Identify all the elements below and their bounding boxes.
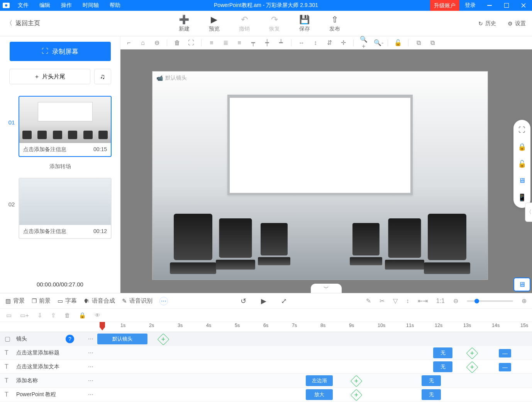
tab-background[interactable]: ▨背景 bbox=[5, 297, 25, 305]
track-name[interactable]: 添加名称 bbox=[16, 377, 38, 384]
timeline-clip[interactable]: 默认镜头 bbox=[97, 334, 147, 344]
tab-subtitle[interactable]: ▭字幕 bbox=[58, 297, 77, 305]
valign-top-icon[interactable]: ┯ bbox=[249, 39, 257, 46]
download-icon[interactable]: ⇩ bbox=[37, 312, 42, 319]
slide-note[interactable]: 点击添加备注信息 bbox=[23, 228, 66, 235]
add-keyframe-icon[interactable]: + bbox=[157, 333, 169, 345]
lock-track-icon[interactable]: 🔒 bbox=[79, 312, 86, 319]
eye-icon[interactable]: 👁 bbox=[95, 312, 100, 318]
back-home-button[interactable]: 〈 返回主页 bbox=[6, 19, 40, 27]
lock-icon[interactable]: 🔓 bbox=[394, 39, 402, 46]
timeline-clip[interactable]: 无 bbox=[433, 347, 452, 358]
flip-icon[interactable]: ⇵ bbox=[325, 39, 333, 46]
login-button[interactable]: 登录 bbox=[459, 2, 481, 9]
playhead[interactable] bbox=[100, 322, 105, 330]
cut-icon[interactable]: ✂ bbox=[380, 297, 385, 305]
undo-button[interactable]: ↶撤销 bbox=[239, 15, 250, 32]
desktop-view-icon[interactable]: 🖥 bbox=[518, 177, 525, 185]
track-lane[interactable]: 默认镜头+ bbox=[97, 332, 532, 346]
paste-icon[interactable]: ⧉ bbox=[429, 39, 436, 46]
folder-add-icon[interactable]: ▭+ bbox=[20, 312, 29, 319]
reset-icon[interactable]: ⊖ bbox=[153, 39, 161, 46]
align-right-icon[interactable]: ≡ bbox=[236, 39, 243, 46]
align-left-icon[interactable]: ≡ bbox=[208, 39, 215, 46]
minimize-button[interactable] bbox=[481, 0, 498, 11]
folder-icon[interactable]: ▭ bbox=[6, 312, 12, 319]
copy-icon[interactable]: ⧉ bbox=[415, 39, 422, 46]
lock-closed-icon[interactable]: 🔒 bbox=[518, 143, 526, 151]
end-marker[interactable]: — bbox=[499, 363, 511, 371]
track-menu-icon[interactable]: ⋯ bbox=[88, 364, 93, 370]
track-name[interactable]: PowerPoint 教程 bbox=[16, 391, 56, 398]
track-menu-icon[interactable]: ⋯ bbox=[88, 392, 93, 398]
intro-outro-button[interactable]: ＋片头片尾 bbox=[9, 69, 90, 84]
publish-button[interactable]: ⇧发布 bbox=[329, 15, 340, 32]
close-button[interactable] bbox=[515, 0, 532, 11]
settings-button[interactable]: ⚙设置 bbox=[508, 20, 526, 27]
focus-icon[interactable]: ⛶ bbox=[187, 39, 195, 46]
track-lane[interactable]: 无+— bbox=[97, 360, 532, 373]
slide-thumbnail-2[interactable]: 点击添加备注信息 00:12 bbox=[19, 178, 112, 239]
timeline-clip[interactable]: 无 bbox=[422, 389, 441, 400]
stage-collapse-toggle[interactable]: ﹀ bbox=[311, 284, 342, 293]
zoom-out-icon[interactable]: 🔍- bbox=[374, 39, 381, 46]
add-keyframe-icon[interactable]: + bbox=[466, 361, 478, 373]
distribute-v-icon[interactable]: ↕ bbox=[312, 39, 319, 46]
home-icon[interactable]: ⌂ bbox=[139, 39, 147, 46]
more-tabs-button[interactable]: ⋯ bbox=[159, 297, 168, 305]
upgrade-account-button[interactable]: 升级账户 bbox=[430, 0, 459, 11]
valign-mid-icon[interactable]: ┿ bbox=[263, 39, 271, 46]
lock-open-icon[interactable]: 🔓 bbox=[518, 160, 526, 168]
track-lane[interactable]: 无+— bbox=[97, 346, 532, 359]
track-menu-icon[interactable]: ⋯ bbox=[88, 336, 93, 342]
track-name[interactable]: 点击这里添加文本 bbox=[16, 363, 59, 370]
timeline-clip[interactable]: 无 bbox=[422, 375, 441, 386]
tab-asr[interactable]: ✎语音识别 bbox=[122, 297, 152, 305]
stage-preview[interactable]: 📹 默认镜头 bbox=[152, 71, 488, 280]
upload-track-icon[interactable]: ⇧ bbox=[51, 312, 56, 319]
ratio-icon[interactable]: 1:1 bbox=[436, 298, 445, 305]
zoom-out-timeline[interactable]: ⊖ bbox=[453, 297, 458, 305]
timeline-clip[interactable]: 放大 bbox=[306, 389, 333, 400]
filter-icon[interactable]: ▽ bbox=[393, 297, 398, 305]
distribute-h-icon[interactable]: ↔ bbox=[298, 39, 305, 46]
track-name[interactable]: 镜头 bbox=[16, 335, 27, 342]
zoom-in-icon[interactable]: 🔍+ bbox=[360, 36, 368, 50]
timeline-clip[interactable]: 左边渐 bbox=[306, 375, 333, 386]
timeline-clip[interactable]: 无 bbox=[433, 361, 452, 372]
expand-icon[interactable]: ⤢ bbox=[281, 297, 287, 305]
maximize-button[interactable] bbox=[498, 0, 515, 11]
add-keyframe-icon[interactable]: + bbox=[350, 389, 362, 401]
track-name[interactable]: 点击这里添加标题 bbox=[16, 349, 59, 356]
track-menu-icon[interactable]: ⋯ bbox=[88, 378, 93, 384]
edit-icon[interactable]: ✎ bbox=[366, 297, 371, 305]
end-marker[interactable]: — bbox=[499, 349, 511, 358]
add-transition-button[interactable]: 添加转场 bbox=[0, 162, 120, 175]
corner-icon[interactable]: ⌐ bbox=[125, 39, 133, 46]
mobile-view-icon[interactable]: 📱 bbox=[518, 193, 526, 202]
fit-icon[interactable]: ⇤⇥ bbox=[418, 297, 428, 305]
center-icon[interactable]: ✛ bbox=[339, 39, 347, 46]
minimap-icon[interactable]: 🖥 bbox=[513, 278, 530, 291]
sort-icon[interactable]: ↕ bbox=[406, 298, 409, 305]
slide-thumbnail-1[interactable]: 点击添加备注信息 00:15 bbox=[19, 96, 112, 157]
zoom-slider[interactable] bbox=[467, 300, 513, 302]
add-keyframe-icon[interactable]: + bbox=[350, 375, 362, 387]
rewind-icon[interactable]: ↺ bbox=[241, 297, 246, 305]
track-lane[interactable]: 放大无+ bbox=[97, 388, 532, 401]
menu-help[interactable]: 帮助 bbox=[104, 2, 126, 9]
preview-button[interactable]: ▶预览 bbox=[209, 15, 220, 32]
record-screen-button[interactable]: ⛶ 录制屏幕 bbox=[10, 42, 111, 61]
tab-tts[interactable]: 🗣语音合成 bbox=[84, 297, 115, 305]
add-keyframe-icon[interactable]: + bbox=[466, 347, 478, 359]
music-button[interactable]: ♫ bbox=[94, 69, 111, 84]
panel-collapse-toggle[interactable]: 〈 bbox=[525, 203, 532, 222]
time-ruler[interactable]: 1s2s3s4s5s6s7s8s9s10s11s12s13s14s15s bbox=[0, 322, 532, 332]
help-icon[interactable]: ? bbox=[66, 335, 74, 343]
redo-button[interactable]: ↷恢复 bbox=[269, 15, 280, 32]
trash-track-icon[interactable]: 🗑 bbox=[64, 312, 70, 318]
trash-icon[interactable]: 🗑 bbox=[173, 39, 181, 46]
valign-bottom-icon[interactable]: ┷ bbox=[277, 39, 285, 46]
new-button[interactable]: ➕新建 bbox=[179, 15, 190, 32]
fullscreen-icon[interactable]: ⛶ bbox=[518, 126, 525, 134]
